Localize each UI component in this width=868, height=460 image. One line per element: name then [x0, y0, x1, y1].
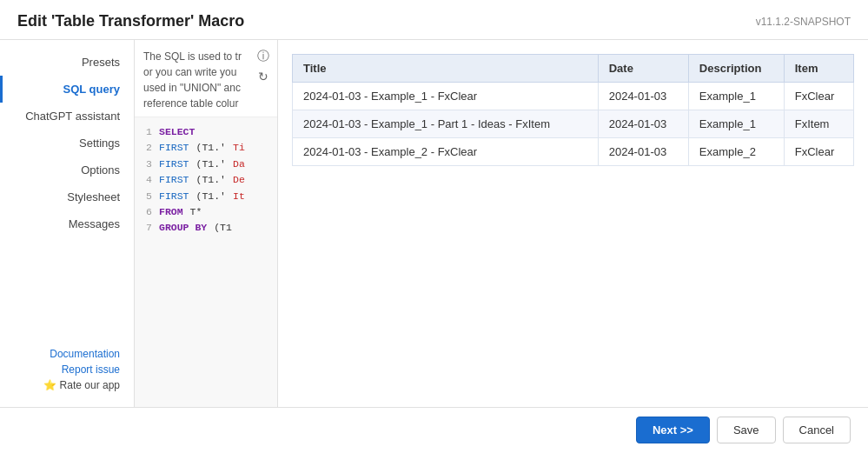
cell-item: FxClear — [784, 138, 853, 166]
cell-item: FxItem — [784, 110, 853, 138]
sidebar-item-messages[interactable]: Messages — [0, 210, 134, 237]
documentation-link[interactable]: Documentation — [14, 348, 120, 360]
cell-date: 2024-01-03 — [598, 110, 688, 138]
code-line-7: 7 GROUP BY (T1 — [140, 220, 272, 236]
right-panel: Title Date Description Item 2024-01-03 -… — [278, 40, 868, 407]
description-text: The SQL is used to tror you can write yo… — [143, 50, 242, 110]
col-item: Item — [784, 55, 853, 83]
cell-title: 2024-01-03 - Example_1 - Part 1 - Ideas … — [293, 110, 599, 138]
refresh-icon[interactable]: ↻ — [255, 68, 272, 85]
middle-panel: The SQL is used to tror you can write yo… — [135, 40, 278, 407]
code-line-5: 5 FIRST(T1.'It — [140, 189, 272, 204]
sidebar-item-settings[interactable]: Settings — [0, 130, 134, 157]
table-header-row: Title Date Description Item — [293, 55, 854, 83]
cell-title: 2024-01-03 - Example_2 - FxClear — [293, 138, 599, 166]
rate-app-link[interactable]: ⭐ Rate our app — [14, 379, 120, 391]
data-table: Title Date Description Item 2024-01-03 -… — [292, 54, 854, 166]
content-area: The SQL is used to tror you can write yo… — [135, 40, 868, 407]
code-line-1: 1 SELECT — [140, 124, 272, 140]
sidebar-item-options[interactable]: Options — [0, 157, 134, 183]
app-version: v11.1.2-SNAPSHOT — [756, 16, 851, 28]
cell-description: Example_1 — [688, 110, 784, 138]
code-line-3: 3 FIRST(T1.'Da — [140, 157, 272, 172]
cell-title: 2024-01-03 - Example_1 - FxClear — [293, 83, 599, 110]
sidebar-item-sql-query[interactable]: SQL query — [0, 76, 134, 103]
cell-item: FxClear — [784, 83, 853, 110]
cell-date: 2024-01-03 — [598, 83, 688, 110]
next-button[interactable]: Next >> — [636, 417, 710, 443]
table-row: 2024-01-03 - Example_1 - FxClear2024-01-… — [293, 83, 854, 110]
sidebar-item-stylesheet[interactable]: Stylesheet — [0, 183, 134, 210]
sidebar-item-presets[interactable]: Presets — [0, 49, 134, 76]
main-layout: Presets SQL query ChatGPT assistant Sett… — [0, 40, 868, 407]
page-title: Edit 'Table Transformer' Macro — [17, 12, 244, 30]
table-row: 2024-01-03 - Example_1 - Part 1 - Ideas … — [293, 110, 854, 138]
table-row: 2024-01-03 - Example_2 - FxClear2024-01-… — [293, 138, 854, 166]
code-line-2: 2 FIRST(T1.'Ti — [140, 140, 272, 156]
cancel-button[interactable]: Cancel — [783, 417, 851, 443]
description-icons: ⓘ ↻ — [255, 47, 272, 85]
code-line-4: 4 FIRST(T1.'De — [140, 172, 272, 188]
sidebar-links: Documentation Report issue ⭐ Rate our ap… — [0, 341, 134, 398]
cell-date: 2024-01-03 — [598, 138, 688, 166]
col-description: Description — [688, 55, 784, 83]
sidebar-nav: Presets SQL query ChatGPT assistant Sett… — [0, 49, 134, 237]
cell-description: Example_1 — [688, 83, 784, 110]
table-body: 2024-01-03 - Example_1 - FxClear2024-01-… — [293, 83, 854, 166]
save-button[interactable]: Save — [717, 417, 776, 443]
col-date: Date — [598, 55, 688, 83]
footer: Next >> Save Cancel — [0, 407, 868, 452]
code-line-6: 6 FROM T* — [140, 204, 272, 220]
col-title: Title — [293, 55, 599, 83]
code-editor[interactable]: 1 SELECT 2 FIRST(T1.'Ti 3 FIRST(T1.'Da 4… — [135, 117, 277, 407]
table-head: Title Date Description Item — [293, 55, 854, 83]
description-block: The SQL is used to tror you can write yo… — [135, 40, 277, 117]
sidebar: Presets SQL query ChatGPT assistant Sett… — [0, 40, 135, 407]
cell-description: Example_2 — [688, 138, 784, 166]
sidebar-item-chatgpt[interactable]: ChatGPT assistant — [0, 103, 134, 130]
info-icon[interactable]: ⓘ — [255, 47, 272, 64]
app-header: Edit 'Table Transformer' Macro v11.1.2-S… — [0, 0, 868, 40]
report-issue-link[interactable]: Report issue — [14, 363, 120, 376]
